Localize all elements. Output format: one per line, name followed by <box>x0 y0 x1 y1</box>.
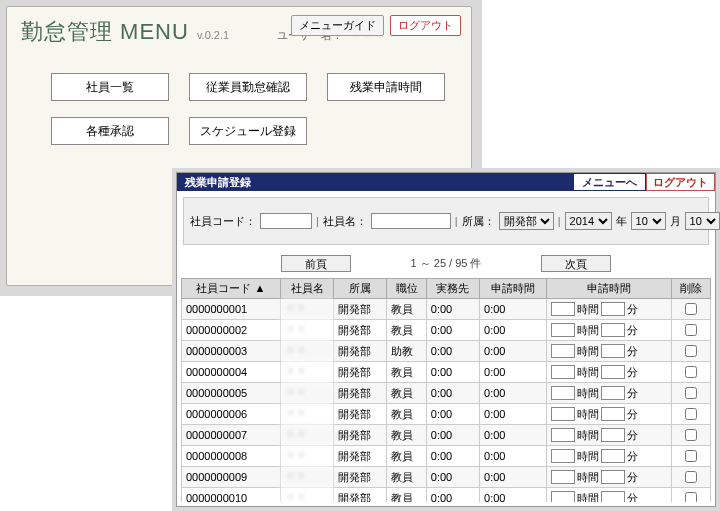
cell-name: ＊＊ <box>280 320 333 341</box>
cell-a: 0:00 <box>426 383 479 404</box>
code-input[interactable] <box>260 213 312 229</box>
min-input[interactable] <box>601 323 625 337</box>
min-input[interactable] <box>601 344 625 358</box>
delete-checkbox[interactable] <box>685 408 697 420</box>
year-select[interactable]: 2014 <box>565 212 612 230</box>
cell-dept: 開発部 <box>334 467 387 488</box>
data-grid: 社員コード ▲ 社員名 所属 職位 実務先 申請時間 申請時間 削除 00000… <box>181 278 711 502</box>
year-suffix: 年 <box>616 214 627 229</box>
hour-input[interactable] <box>551 491 575 502</box>
delete-checkbox[interactable] <box>685 366 697 378</box>
col-code[interactable]: 社員コード ▲ <box>182 279 281 299</box>
dept-select[interactable]: 開発部 <box>499 212 554 230</box>
min-input[interactable] <box>601 449 625 463</box>
min-input[interactable] <box>601 407 625 421</box>
dept-label: 所属： <box>462 214 495 229</box>
min-input[interactable] <box>601 491 625 502</box>
delete-checkbox[interactable] <box>685 471 697 483</box>
col-delete[interactable]: 削除 <box>671 279 710 299</box>
menu-btn-approval[interactable]: 各種承認 <box>51 117 169 145</box>
table-row: 0000000004＊＊開発部教員0:000:00時間分 <box>182 362 711 383</box>
delete-checkbox[interactable] <box>685 492 697 502</box>
min-label: 分 <box>625 303 640 315</box>
hour-input[interactable] <box>551 344 575 358</box>
col-position[interactable]: 職位 <box>387 279 426 299</box>
cell-code: 0000000003 <box>182 341 281 362</box>
cell-apply-input: 時間分 <box>547 404 671 425</box>
hour-label: 時間 <box>575 303 601 315</box>
col-apply-time[interactable]: 申請時間 <box>480 279 547 299</box>
menu-btn-overtime[interactable]: 残業申請時間 <box>327 73 445 101</box>
cell-b: 0:00 <box>480 299 547 320</box>
hour-input[interactable] <box>551 407 575 421</box>
table-row: 0000000009＊＊開発部教員0:000:00時間分 <box>182 467 711 488</box>
col-dept[interactable]: 所属 <box>334 279 387 299</box>
app-title: 勤怠管理 MENU <box>21 17 189 47</box>
cell-apply-input: 時間分 <box>547 488 671 503</box>
cell-dept: 開発部 <box>334 425 387 446</box>
cell-position: 教員 <box>387 425 426 446</box>
delete-checkbox[interactable] <box>685 303 697 315</box>
cell-b: 0:00 <box>480 488 547 503</box>
cell-delete <box>671 320 710 341</box>
cell-a: 0:00 <box>426 320 479 341</box>
hour-input[interactable] <box>551 428 575 442</box>
separator: | <box>558 215 561 227</box>
cell-position: 教員 <box>387 467 426 488</box>
table-row: 0000000002＊＊開発部教員0:000:00時間分 <box>182 320 711 341</box>
table-header-row: 社員コード ▲ 社員名 所属 職位 実務先 申請時間 申請時間 削除 <box>182 279 711 299</box>
table-scroll[interactable]: 社員コード ▲ 社員名 所属 職位 実務先 申請時間 申請時間 削除 00000… <box>181 278 711 502</box>
menu-btn-employee-list[interactable]: 社員一覧 <box>51 73 169 101</box>
cell-dept: 開発部 <box>334 383 387 404</box>
next-page-button[interactable]: 次頁 <box>541 255 611 272</box>
cell-dept: 開発部 <box>334 341 387 362</box>
hour-label: 時間 <box>575 345 601 357</box>
min-input[interactable] <box>601 428 625 442</box>
min-input[interactable] <box>601 386 625 400</box>
delete-checkbox[interactable] <box>685 324 697 336</box>
prev-page-button[interactable]: 前頁 <box>281 255 351 272</box>
cell-position: 教員 <box>387 320 426 341</box>
month-select[interactable]: 10 <box>631 212 666 230</box>
detail-logout-button[interactable]: ログアウト <box>646 173 715 191</box>
col-site[interactable]: 実務先 <box>426 279 479 299</box>
delete-checkbox[interactable] <box>685 345 697 357</box>
pager-range: 1 ～ 25 / 95 件 <box>411 256 482 271</box>
hour-input[interactable] <box>551 323 575 337</box>
hour-input[interactable] <box>551 365 575 379</box>
table-row: 0000000008＊＊開発部教員0:000:00時間分 <box>182 446 711 467</box>
menu-top-buttons: メニューガイド ログアウト <box>291 15 461 36</box>
cell-position: 教員 <box>387 404 426 425</box>
day-select[interactable]: 10 <box>685 212 720 230</box>
delete-checkbox[interactable] <box>685 450 697 462</box>
cell-position: 教員 <box>387 299 426 320</box>
delete-checkbox[interactable] <box>685 429 697 441</box>
menu-btn-schedule[interactable]: スケジュール登録 <box>189 117 307 145</box>
col-name[interactable]: 社員名 <box>280 279 333 299</box>
hour-input[interactable] <box>551 386 575 400</box>
cell-dept: 開発部 <box>334 488 387 503</box>
hour-input[interactable] <box>551 302 575 316</box>
cell-b: 0:00 <box>480 446 547 467</box>
hour-label: 時間 <box>575 450 601 462</box>
cell-dept: 開発部 <box>334 362 387 383</box>
min-input[interactable] <box>601 470 625 484</box>
separator: | <box>316 215 319 227</box>
cell-a: 0:00 <box>426 299 479 320</box>
cell-name: ＊＊ <box>280 446 333 467</box>
menu-btn-attendance[interactable]: 従業員勤怠確認 <box>189 73 307 101</box>
min-input[interactable] <box>601 302 625 316</box>
name-input[interactable] <box>371 213 451 229</box>
min-label: 分 <box>625 450 640 462</box>
menu-guide-button[interactable]: メニューガイド <box>291 15 384 36</box>
min-input[interactable] <box>601 365 625 379</box>
hour-input[interactable] <box>551 449 575 463</box>
col-apply-input[interactable]: 申請時間 <box>547 279 671 299</box>
cell-apply-input: 時間分 <box>547 320 671 341</box>
cell-b: 0:00 <box>480 341 547 362</box>
delete-checkbox[interactable] <box>685 387 697 399</box>
menu-logout-button[interactable]: ログアウト <box>390 15 461 36</box>
cell-delete <box>671 341 710 362</box>
goto-menu-button[interactable]: メニューへ <box>573 173 646 191</box>
hour-input[interactable] <box>551 470 575 484</box>
